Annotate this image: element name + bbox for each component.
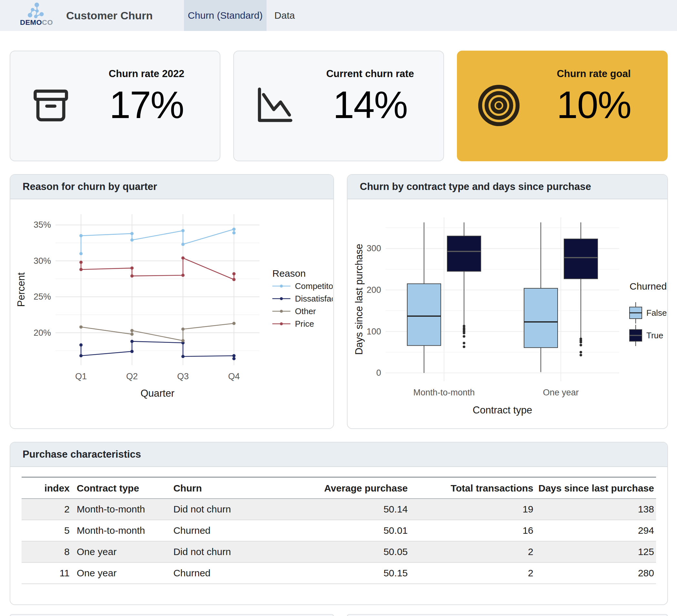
- panel-title: Reason for churn by quarter: [10, 175, 333, 199]
- panel-purchase-characteristics: Purchase characteristics indexContract t…: [10, 442, 668, 605]
- kpi-value: 10%: [530, 84, 657, 126]
- svg-text:Days since last purchase: Days since last purchase: [353, 244, 365, 355]
- kpi-label: Current churn rate: [307, 68, 434, 80]
- kpi-value: 17%: [83, 84, 210, 126]
- svg-text:Month-to-month: Month-to-month: [413, 388, 475, 397]
- box-plot-svg: 0100200300Month-to-monthOne yearContract…: [348, 199, 667, 428]
- svg-text:300: 300: [367, 243, 381, 253]
- table-header-row: indexContract typeChurnAverage purchaseT…: [21, 477, 656, 499]
- dashboard-page: DEMOCO Customer Churn Churn (Standard) D…: [0, 0, 677, 616]
- churn-box-plot-chart: 0100200300Month-to-monthOne yearContract…: [348, 199, 667, 428]
- table-column-header: Average purchase: [274, 477, 409, 499]
- archive-box-icon: [29, 84, 73, 128]
- table-cell: Churned: [168, 563, 274, 584]
- svg-text:Q1: Q1: [75, 372, 87, 381]
- table-row: 8One yearDid not churn50.052125: [21, 541, 656, 563]
- table-cell: One year: [72, 563, 168, 584]
- table-cell: 11: [21, 563, 72, 584]
- page-title: Customer Churn: [66, 0, 153, 31]
- table-cell: Did not churn: [168, 541, 274, 563]
- svg-text:0: 0: [376, 368, 381, 378]
- table-cell: 2: [410, 563, 535, 584]
- table-cell: 138: [535, 499, 656, 520]
- top-bar: DEMOCO Customer Churn Churn (Standard) D…: [0, 0, 677, 31]
- kpi-card-current-churn-rate: Current churn rate 14%: [233, 51, 444, 161]
- svg-text:Churned: Churned: [630, 281, 667, 292]
- kpi-label: Churn rate goal: [530, 68, 657, 80]
- table-cell: 19: [410, 499, 535, 520]
- target-icon: [476, 83, 522, 129]
- table-cell: Did not churn: [168, 499, 274, 520]
- kpi-label: Churn rate 2022: [83, 68, 210, 80]
- table-column-header: index: [21, 477, 72, 499]
- svg-text:Dissatisfaction: Dissatisfaction: [295, 294, 333, 303]
- kpi-value: 14%: [307, 84, 434, 126]
- panel-title: Churn by contract type and days since pu…: [348, 175, 667, 199]
- table-cell: Month-to-month: [72, 499, 168, 520]
- network-logo-icon: [26, 2, 47, 19]
- next-card-sliver: [347, 614, 668, 616]
- svg-text:True: True: [646, 331, 664, 340]
- panel-reason-for-churn: Reason for churn by quarter 20%25%30%35%…: [10, 174, 334, 429]
- svg-text:Price: Price: [295, 319, 314, 329]
- svg-text:Other: Other: [295, 306, 316, 316]
- svg-text:Q2: Q2: [126, 372, 138, 381]
- table-cell: 2: [21, 499, 72, 520]
- table-cell: 50.05: [274, 541, 409, 563]
- svg-text:Competitor: Competitor: [295, 281, 333, 291]
- kpi-card-churn-rate-2022: Churn rate 2022 17%: [10, 51, 220, 161]
- svg-text:20%: 20%: [34, 328, 51, 338]
- tab-data[interactable]: Data: [267, 0, 303, 31]
- table-cell: 50.14: [274, 499, 409, 520]
- chart-line-down-icon: [253, 84, 296, 128]
- purchase-table: indexContract typeChurnAverage purchaseT…: [21, 477, 656, 584]
- svg-text:35%: 35%: [34, 220, 51, 230]
- table-column-header: Total transactions: [410, 477, 535, 499]
- table-cell: 50.15: [274, 563, 409, 584]
- table-cell: 8: [21, 541, 72, 563]
- logo-wordmark: DEMOCO: [19, 19, 54, 26]
- company-logo: DEMOCO: [19, 1, 54, 30]
- svg-text:Percent: Percent: [15, 272, 27, 307]
- tab-label: Data: [274, 10, 295, 21]
- table-cell: 50.01: [274, 520, 409, 541]
- tab-label: Churn (Standard): [188, 10, 263, 21]
- table-row: 11One yearChurned50.152280: [21, 563, 656, 584]
- table-column-header: Contract type: [72, 477, 168, 499]
- svg-text:Q4: Q4: [228, 372, 240, 381]
- table-cell: 280: [535, 563, 656, 584]
- panel-title: Purchase characteristics: [10, 442, 667, 467]
- svg-text:False: False: [646, 308, 667, 318]
- churn-reason-line-chart: 20%25%30%35%Q1Q2Q3Q4QuarterPercentReason…: [10, 199, 333, 428]
- table-cell: One year: [72, 541, 168, 563]
- table-row: 2Month-to-monthDid not churn50.1419138: [21, 499, 656, 520]
- svg-text:Quarter: Quarter: [140, 388, 174, 399]
- svg-text:200: 200: [367, 285, 381, 295]
- table-cell: 294: [535, 520, 656, 541]
- logo-light: CO: [42, 18, 53, 27]
- kpi-card-churn-rate-goal: Churn rate goal 10%: [457, 51, 668, 161]
- svg-text:Contract type: Contract type: [473, 405, 532, 416]
- table-cell: 2: [410, 541, 535, 563]
- svg-text:25%: 25%: [34, 292, 51, 301]
- table-cell: 125: [535, 541, 656, 563]
- svg-text:One year: One year: [543, 388, 579, 397]
- line-chart-svg: 20%25%30%35%Q1Q2Q3Q4QuarterPercentReason…: [10, 199, 333, 428]
- table-cell: 5: [21, 520, 72, 541]
- svg-text:30%: 30%: [34, 256, 51, 266]
- panel-churn-by-contract: Churn by contract type and days since pu…: [347, 174, 668, 429]
- table-cell: Churned: [168, 520, 274, 541]
- svg-text:Reason: Reason: [272, 268, 306, 279]
- table-column-header: Days since last purchase: [535, 477, 656, 499]
- table-column-header: Churn: [168, 477, 274, 499]
- table-cell: Month-to-month: [72, 520, 168, 541]
- table-cell: 16: [410, 520, 535, 541]
- next-card-sliver: [10, 614, 334, 616]
- logo-bold: DEMO: [20, 18, 42, 27]
- svg-text:100: 100: [367, 327, 381, 336]
- svg-text:Q3: Q3: [177, 372, 189, 381]
- table-row: 5Month-to-monthChurned50.0116294: [21, 520, 656, 541]
- tab-churn-standard[interactable]: Churn (Standard): [184, 0, 267, 31]
